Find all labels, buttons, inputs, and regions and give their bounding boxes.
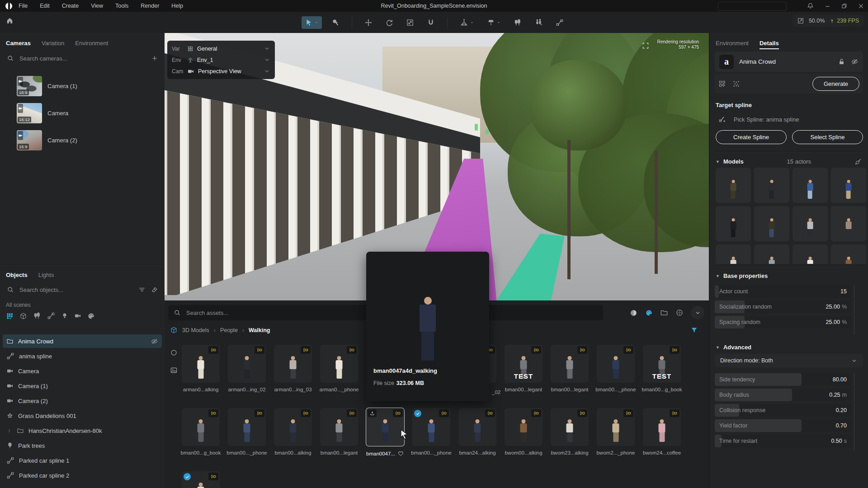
slider-body-radius[interactable]: Body radius0.25m xyxy=(715,389,850,401)
category-sphere-icon[interactable] xyxy=(170,349,178,357)
camera-icon[interactable] xyxy=(74,312,81,320)
menu-item-edit[interactable]: Edit xyxy=(40,3,50,9)
camera-item[interactable]: 16:12Camera xyxy=(17,103,68,123)
picker-tool-button[interactable] xyxy=(328,16,343,29)
spline-tool-button[interactable] xyxy=(552,16,567,29)
asset-card[interactable] xyxy=(182,408,220,446)
download-icon[interactable] xyxy=(368,409,377,417)
asset-card[interactable] xyxy=(366,408,404,446)
slider-time-for-restart[interactable]: Time for restart0.50s xyxy=(715,435,850,447)
expand-icon[interactable] xyxy=(642,42,649,49)
asset-card[interactable] xyxy=(551,408,589,446)
favorite-heart-icon[interactable] xyxy=(397,450,404,457)
object-row-camera-2-[interactable]: Camera (2) xyxy=(3,394,162,408)
tab-lights[interactable]: Lights xyxy=(38,272,54,278)
tab-details[interactable]: Details xyxy=(760,40,779,49)
overlay-row-var[interactable]: VarGeneral xyxy=(167,43,275,54)
bulb-icon[interactable] xyxy=(61,312,68,320)
people-tool-button[interactable] xyxy=(531,16,546,29)
tab-objects[interactable]: Objects xyxy=(6,272,28,278)
scatter-icon[interactable] xyxy=(732,80,740,88)
bell-icon[interactable] xyxy=(807,2,814,10)
model-thumbnail[interactable] xyxy=(716,244,751,264)
asset-card[interactable] xyxy=(597,345,635,383)
breadcrumb-item[interactable]: 3D Models xyxy=(182,327,209,333)
object-row-anima-crowd[interactable]: Anima Crowd xyxy=(3,334,162,348)
restore-icon[interactable] xyxy=(841,3,848,9)
object-row-parked-car-spline-2[interactable]: Parked car spline 2 xyxy=(3,469,162,482)
slider-yield-factor[interactable]: Yield factor0.70 xyxy=(715,419,850,432)
model-thumbnail[interactable] xyxy=(793,244,828,264)
model-thumbnail[interactable] xyxy=(831,206,866,241)
generate-button[interactable]: Generate xyxy=(812,77,859,91)
tab-environment[interactable]: Environment xyxy=(716,40,749,49)
asset-card[interactable]: TEST xyxy=(643,345,681,383)
eraser-icon[interactable] xyxy=(151,286,158,293)
cameras-search[interactable]: Search cameras... xyxy=(7,55,67,62)
direction-mode-select[interactable]: Direction mode: Both xyxy=(715,354,863,367)
sphere-icon[interactable] xyxy=(629,309,638,317)
model-thumbnail[interactable] xyxy=(831,244,866,264)
camera-item[interactable]: 16:9Camera (1) xyxy=(17,76,77,96)
tab-environment[interactable]: Environment xyxy=(75,40,108,47)
breadcrumb-item[interactable]: Walking xyxy=(249,327,270,333)
lock-open-icon[interactable] xyxy=(838,58,845,66)
slider-side-tendency[interactable]: Side tendency80.00 xyxy=(715,373,850,386)
select-spline-button[interactable]: Select Spline xyxy=(792,130,863,144)
model-thumbnail[interactable] xyxy=(716,168,751,203)
breadcrumb-item[interactable]: People xyxy=(220,327,238,333)
component-grid-icon[interactable] xyxy=(718,80,726,88)
asset-card[interactable] xyxy=(505,408,542,446)
light-tool-button[interactable] xyxy=(484,16,504,29)
model-thumbnail[interactable] xyxy=(754,244,789,264)
asset-card[interactable] xyxy=(551,345,589,383)
trees-icon[interactable] xyxy=(33,312,41,320)
create-spline-button[interactable]: Create Spline xyxy=(716,130,787,144)
camera-item[interactable]: 16:9Camera (2) xyxy=(17,130,77,150)
slider-spacing-random[interactable]: Spacing random25.00% xyxy=(715,316,850,328)
asset-card[interactable] xyxy=(320,345,358,383)
asset-card[interactable] xyxy=(458,408,496,446)
camera-target-tool-button[interactable] xyxy=(457,16,477,29)
film-icon[interactable] xyxy=(675,309,684,317)
asset-card[interactable] xyxy=(643,408,681,446)
palette-icon[interactable] xyxy=(87,312,95,320)
collapse-caret-icon[interactable]: ▼ xyxy=(716,345,720,350)
object-row-camera-1-[interactable]: Camera (1) xyxy=(3,379,162,393)
slider-collision-response[interactable]: Collision response0.20 xyxy=(715,404,850,417)
rotate-tool-button[interactable] xyxy=(382,16,396,29)
palette-icon[interactable] xyxy=(645,309,653,317)
asset-card[interactable] xyxy=(412,408,450,446)
asset-card[interactable] xyxy=(320,408,358,446)
move-tool-button[interactable] xyxy=(361,16,376,29)
broom-icon[interactable] xyxy=(854,158,862,165)
object-row-parked-car-spline-1[interactable]: Parked car spline 1 xyxy=(3,454,162,467)
expand-chevron-icon[interactable] xyxy=(6,428,12,434)
cube-icon[interactable] xyxy=(19,312,27,320)
menu-item-file[interactable]: File xyxy=(19,3,28,9)
pick-spline-row[interactable]: Pick Spline: anima spline xyxy=(718,115,799,123)
model-thumbnail[interactable] xyxy=(793,168,828,203)
tab-cameras[interactable]: Cameras xyxy=(6,40,31,47)
filter-funnel-icon[interactable] xyxy=(690,326,698,334)
tab-variation[interactable]: Variation xyxy=(42,40,64,47)
close-icon[interactable] xyxy=(858,3,864,9)
eye-off-icon[interactable] xyxy=(151,338,158,345)
viewport-scale-icon[interactable] xyxy=(797,17,804,24)
object-row-park-trees[interactable]: Park trees xyxy=(3,439,162,452)
asset-card[interactable] xyxy=(274,408,312,446)
asset-card[interactable]: TEST xyxy=(505,345,542,383)
menu-item-help[interactable]: Help xyxy=(171,3,183,9)
asset-card[interactable] xyxy=(274,345,312,383)
object-row-anima-spline[interactable]: anima spline xyxy=(3,349,162,363)
object-row-camera[interactable]: Camera xyxy=(3,364,162,378)
spline-icon[interactable] xyxy=(47,312,55,320)
slider-actor-count[interactable]: Actor count15 xyxy=(715,285,850,298)
overlay-row-cam[interactable]: CamPerspective View xyxy=(167,66,275,77)
asset-card[interactable] xyxy=(228,345,266,383)
magnet-tool-button[interactable] xyxy=(424,16,438,29)
eye-off-icon[interactable] xyxy=(851,58,859,66)
overlay-row-env[interactable]: EnvEnv_1 xyxy=(167,54,275,66)
add-camera-icon[interactable] xyxy=(151,55,158,62)
asset-card[interactable] xyxy=(182,345,220,383)
